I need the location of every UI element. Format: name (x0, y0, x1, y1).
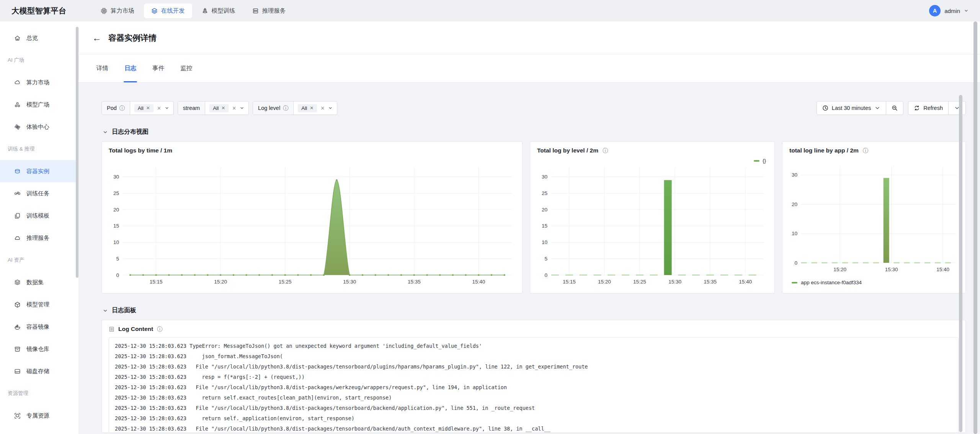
svg-text:15:20: 15:20 (833, 267, 846, 272)
sidebar-item-label: 算力市场 (26, 79, 49, 86)
log-line: 2025-12-30 15:28:03.623 return self._app… (115, 413, 952, 424)
filter-toolbar: Pod ⓘ All ✕ ✕ stream (101, 101, 966, 115)
svg-text:15:20: 15:20 (214, 279, 227, 285)
chevron-down-icon (103, 130, 108, 134)
log-line: 2025-12-30 15:28:03.623 json_format.Mess… (115, 351, 952, 362)
chart-title: Total logs by time / 1m (109, 147, 172, 154)
info-icon: ⓘ (603, 148, 608, 153)
sidebar-item-training-template[interactable]: 训练模板 (0, 205, 78, 227)
content-scrollbar[interactable] (959, 95, 962, 432)
log-line: 2025-12-30 15:28:03.623 resp = f(*args[:… (115, 372, 952, 382)
filter-label-text: Log level (258, 105, 280, 111)
log-line: 2025-12-30 15:28:03.623 File "/usr/local… (115, 362, 952, 372)
refresh-label: Refresh (923, 105, 943, 111)
image-registry-icon (14, 346, 21, 352)
svg-text:30: 30 (113, 174, 119, 180)
model-management-icon (14, 301, 21, 308)
tag-close-icon[interactable]: ✕ (310, 106, 314, 110)
sidebar-item-compute-market[interactable]: 算力市场 (0, 71, 78, 93)
nav-item-model-training[interactable]: 模型训练 (194, 3, 243, 18)
section-log-panel[interactable]: 日志面板 (103, 306, 966, 314)
filter-pod-select[interactable]: All ✕ ✕ (130, 102, 173, 115)
tab-events[interactable]: 事件 (144, 54, 172, 82)
sidebar-scrollbar[interactable] (76, 27, 78, 278)
filter-value-text: All (138, 105, 144, 111)
svg-text:15:40: 15:40 (936, 267, 949, 272)
filter-value-text: All (213, 105, 219, 111)
sidebar-item-container-instance[interactable]: 容器实例 (0, 160, 78, 182)
tab-detail[interactable]: 详情 (88, 54, 116, 82)
user-menu[interactable]: A admin (929, 5, 969, 16)
sidebar-section-train-infer: 训练 & 推理 (0, 138, 78, 160)
filter-pod-label: Pod ⓘ (102, 102, 130, 115)
dedicated-resource-icon (14, 413, 21, 419)
chart-legend[interactable]: app ecs-instance-f0adf334 (792, 280, 959, 285)
refresh-button[interactable]: Refresh (908, 102, 948, 115)
zoom-out-time-button[interactable] (886, 102, 903, 115)
svg-text:15:15: 15:15 (150, 279, 163, 285)
sidebar-item-experience-center[interactable]: 体验中心 (0, 116, 78, 138)
svg-text:15:35: 15:35 (704, 279, 717, 285)
legend-label: app ecs-instance-f0adf334 (801, 280, 862, 285)
tab-content: Pod ⓘ All ✕ ✕ stream (78, 83, 980, 433)
svg-text:15:25: 15:25 (279, 279, 292, 285)
sidebar-item-model-management[interactable]: 模型管理 (0, 293, 78, 316)
charts-row: Total logs by time / 1m 05101520253015:1… (101, 141, 966, 293)
clear-icon[interactable]: ✕ (157, 105, 161, 111)
bar-chart[interactable]: 05101520253015:1515:2015:2515:3015:3515:… (536, 156, 768, 290)
refresh-interval-button[interactable] (948, 102, 965, 115)
sidebar-item-label: 模型管理 (26, 301, 49, 308)
log-viewer[interactable]: 2025-12-30 15:28:03.623 TypeError: Messa… (109, 337, 959, 433)
chart-legend[interactable]: {} (754, 158, 766, 164)
svg-text:15:40: 15:40 (739, 279, 752, 285)
svg-text:25: 25 (113, 190, 119, 196)
time-range-group: Last 30 minutes (817, 101, 903, 115)
bar-chart[interactable]: 010203015:2015:3015:40 (789, 156, 959, 277)
filter-stream-select[interactable]: All ✕ ✕ (205, 102, 248, 115)
sidebar-section-ai-plaza: AI 广场 (0, 49, 78, 71)
sidebar-item-image-registry[interactable]: 镜像仓库 (0, 338, 78, 360)
clear-icon[interactable]: ✕ (232, 105, 236, 111)
nav-item-inference-service[interactable]: 推理服务 (245, 3, 293, 18)
window-scrollbar[interactable] (973, 21, 977, 434)
log-line: 2025-12-30 15:28:03.623 File "/usr/local… (115, 424, 952, 433)
chevron-down-icon[interactable] (165, 106, 169, 110)
nav-item-online-dev[interactable]: 在线开发 (144, 3, 192, 18)
chevron-down-icon[interactable] (328, 106, 333, 110)
svg-text:25: 25 (542, 190, 547, 196)
svg-text:15: 15 (542, 223, 547, 229)
chevron-down-icon[interactable] (240, 106, 244, 110)
area-chart[interactable]: 05101520253015:1515:2015:2515:3015:3515:… (108, 156, 516, 290)
tag-close-icon[interactable]: ✕ (221, 106, 225, 110)
tab-monitoring[interactable]: 监控 (172, 54, 200, 82)
time-range-picker[interactable]: Last 30 minutes (817, 102, 886, 115)
sidebar-item-dataset[interactable]: 数据集 (0, 271, 78, 293)
sidebar-item-overview[interactable]: 总览 (0, 27, 78, 49)
svg-text:0: 0 (544, 272, 547, 278)
chart-total-logs-by-time: Total logs by time / 1m 05101520253015:1… (101, 141, 523, 293)
tab-logs[interactable]: 日志 (116, 54, 144, 82)
time-controls: Last 30 minutes Refresh (817, 101, 966, 115)
section-log-distribution[interactable]: 日志分布视图 (103, 128, 966, 136)
sidebar-item-model-plaza[interactable]: 模型广场 (0, 93, 78, 116)
sidebar-item-disk-storage[interactable]: 磁盘存储 (0, 360, 78, 382)
sidebar-item-inference-service[interactable]: 推理服务 (0, 227, 78, 249)
tab-bar: 详情 日志 事件 监控 (78, 54, 980, 83)
sidebar-item-training-job[interactable]: 训练任务 (0, 182, 78, 205)
info-icon: ⓘ (863, 148, 868, 153)
sidebar-item-label: 训练模板 (26, 212, 49, 219)
nav-item-compute-market[interactable]: 算力市场 (93, 3, 142, 18)
nav-item-label: 在线开发 (161, 7, 185, 15)
clear-icon[interactable]: ✕ (320, 105, 325, 111)
sidebar-item-container-image[interactable]: 容器镜像 (0, 316, 78, 338)
filter-value-tag: All ✕ (209, 104, 229, 112)
back-arrow-icon[interactable]: ← (92, 33, 101, 43)
filter-label-text: stream (183, 105, 200, 111)
chart-total-log-line-by-app: total log line by app / 2m ⓘ 010203015:2… (782, 141, 966, 293)
refresh-group: Refresh (908, 101, 966, 115)
filter-log-level-select[interactable]: All ✕ ✕ (294, 102, 337, 115)
username: admin (944, 8, 960, 14)
tag-close-icon[interactable]: ✕ (146, 106, 150, 110)
sidebar-item-dedicated-resource[interactable]: 专属资源 (0, 405, 78, 427)
training-template-icon (14, 213, 21, 219)
